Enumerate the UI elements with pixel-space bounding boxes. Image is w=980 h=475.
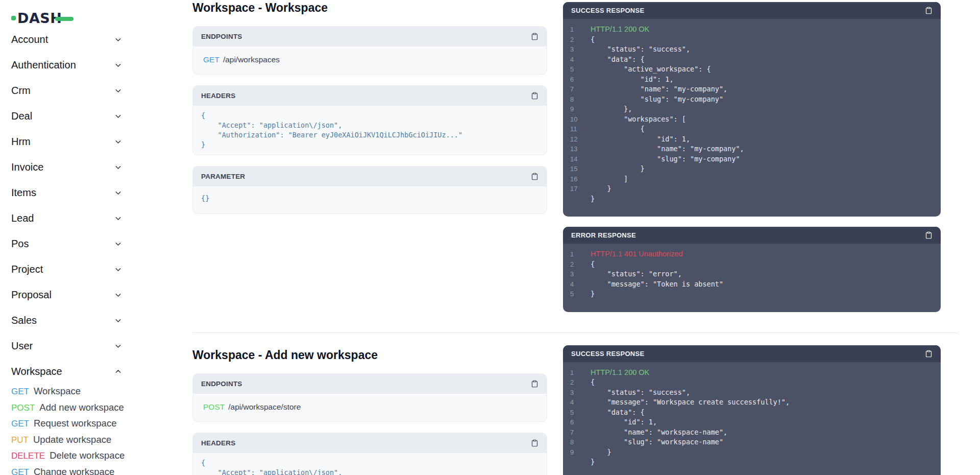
json-snippet: { "Accept": "application\/json", "Author…	[201, 458, 538, 475]
sidebar-item-authentication[interactable]: Authentication	[11, 52, 122, 78]
chevron-down-icon	[114, 188, 122, 197]
line-number: 5	[570, 65, 583, 73]
sidebar-item-user[interactable]: User	[11, 333, 122, 359]
request-cards: ENDPOINTS GET/api/workspaces HEADERS { "…	[192, 26, 547, 214]
copy-button[interactable]	[925, 231, 933, 240]
code-card: PARAMETER {}	[192, 166, 547, 214]
sidebar-endpoint-item[interactable]: POST Add new workspace	[11, 402, 158, 418]
line-number: 16	[570, 175, 583, 183]
http-method-badge: GET	[11, 419, 29, 429]
sidebar-item-project[interactable]: Project	[11, 256, 122, 282]
sidebar-endpoint-label: Change workspace	[34, 466, 114, 475]
line-text: {	[591, 125, 645, 133]
sidebar: DASH Account Authentication Crm Deal Hrm…	[0, 0, 158, 475]
copy-button[interactable]	[531, 32, 538, 41]
chevron-down-icon	[114, 291, 122, 299]
copy-button[interactable]	[531, 379, 538, 388]
sidebar-category-label: Crm	[11, 85, 31, 97]
line-text: "slug": "workspace-name"	[591, 438, 723, 446]
code-line: 6 "id": 1,	[570, 418, 933, 428]
sidebar-item-workspace[interactable]: Workspace	[11, 359, 122, 384]
sidebar-item-sales[interactable]: Sales	[11, 307, 122, 333]
code-line: 17 }	[570, 184, 933, 195]
sidebar-endpoint-label: Workspace	[34, 386, 81, 397]
http-method-badge: DELETE	[11, 451, 45, 461]
line-number: 9	[570, 105, 583, 113]
code-line: 1 HTTP/1.1 200 OK	[570, 25, 933, 35]
copy-button[interactable]	[925, 349, 933, 358]
code-line: 6 "id": 1,	[570, 75, 933, 85]
endpoint-path: /api/workspace/store	[228, 402, 301, 411]
response-panel: ERROR RESPONSE 1 HTTP/1.1 401 Unauthoriz…	[563, 227, 941, 312]
sidebar-item-deal[interactable]: Deal	[11, 103, 122, 129]
sidebar-category-label: Proposal	[11, 289, 52, 301]
sidebar-item-pos[interactable]: Pos	[11, 231, 122, 256]
card-header: ENDPOINTS	[193, 27, 547, 46]
panel-title: SUCCESS RESPONSE	[571, 350, 645, 358]
response-panel: SUCCESS RESPONSE 1 HTTP/1.1 200 OK 2 { 3…	[563, 345, 941, 475]
line-text: HTTP/1.1 401 Unauthorized	[591, 250, 683, 258]
sidebar-endpoint-item[interactable]: GET Change workspace	[11, 466, 158, 475]
clipboard-icon	[925, 349, 933, 358]
card-title: PARAMETER	[201, 173, 245, 180]
code-body: { "Accept": "application\/json", "Author…	[193, 453, 547, 475]
clipboard-icon	[531, 379, 538, 388]
line-text: "status": "error",	[591, 270, 682, 278]
http-method-badge: PUT	[11, 435, 29, 445]
card-header: HEADERS	[193, 433, 547, 453]
json-snippet: {}	[201, 194, 538, 203]
sidebar-item-account[interactable]: Account	[11, 27, 122, 52]
http-method-badge: POST	[11, 403, 35, 413]
copy-button[interactable]	[531, 439, 538, 447]
sidebar-nav: Account Authentication Crm Deal Hrm Invo…	[11, 27, 158, 384]
line-text: }	[591, 164, 645, 173]
line-text: "active_workspace": {	[591, 65, 711, 73]
card-title: HEADERS	[201, 439, 235, 447]
sidebar-endpoint-item[interactable]: GET Workspace	[11, 386, 158, 402]
logo[interactable]: DASH	[11, 10, 74, 26]
sidebar-item-hrm[interactable]: Hrm	[11, 129, 122, 154]
copy-button[interactable]	[531, 91, 538, 100]
line-text: }	[591, 458, 595, 466]
code-line: 2 {	[570, 260, 933, 270]
sidebar-item-crm[interactable]: Crm	[11, 78, 122, 103]
clipboard-icon	[531, 172, 538, 181]
sidebar-category-label: User	[11, 340, 33, 352]
code-line: 7 "name": "workspace-name",	[570, 428, 933, 438]
copy-button[interactable]	[925, 6, 933, 15]
sidebar-category-label: Account	[11, 34, 48, 45]
line-text: "name": "my-company",	[591, 85, 727, 93]
line-number: 14	[570, 155, 583, 163]
main-content: Workspace - Workspace ENDPOINTS GET/api/…	[192, 0, 958, 475]
chevron-down-icon	[114, 35, 122, 44]
request-cards: ENDPOINTS POST/api/workspace/store HEADE…	[192, 373, 547, 475]
response-code: 1 HTTP/1.1 200 OK 2 { 3 "status": "succe…	[563, 19, 941, 217]
line-number: 4	[570, 280, 583, 288]
sidebar-item-items[interactable]: Items	[11, 180, 122, 205]
card-title: ENDPOINTS	[201, 380, 242, 388]
line-number: 9	[570, 448, 583, 456]
copy-button[interactable]	[531, 172, 538, 181]
response-column: SUCCESS RESPONSE 1 HTTP/1.1 200 OK 2 { 3…	[563, 343, 941, 475]
endpoint-line: POST/api/workspace/store	[193, 394, 547, 421]
sidebar-item-lead[interactable]: Lead	[11, 205, 122, 231]
line-text: "data": {	[591, 408, 645, 416]
line-text: "workspaces": [	[591, 115, 686, 123]
chevron-down-icon	[114, 316, 122, 325]
sidebar-item-proposal[interactable]: Proposal	[11, 282, 122, 307]
sidebar-category-label: Authentication	[11, 59, 76, 71]
line-number: 1	[570, 369, 583, 376]
sidebar-endpoint-item[interactable]: GET Request workspace	[11, 418, 158, 434]
sidebar-endpoint-item[interactable]: DELETE Delete workspace	[11, 450, 158, 466]
sidebar-endpoint-label: Request workspace	[34, 418, 116, 429]
endpoints-card: ENDPOINTS POST/api/workspace/store	[192, 373, 547, 422]
line-number: 17	[570, 185, 583, 193]
line-text: "slug": "my-company"	[591, 155, 740, 163]
code-line: }	[570, 458, 933, 468]
sidebar-item-invoice[interactable]: Invoice	[11, 154, 122, 180]
code-line: 16 ]	[570, 175, 933, 185]
request-column: Workspace - Workspace ENDPOINTS GET/api/…	[192, 0, 547, 225]
code-line: 7 "name": "my-company",	[570, 85, 933, 95]
sidebar-endpoint-item[interactable]: PUT Update workspace	[11, 434, 158, 450]
line-number: 2	[570, 260, 583, 268]
